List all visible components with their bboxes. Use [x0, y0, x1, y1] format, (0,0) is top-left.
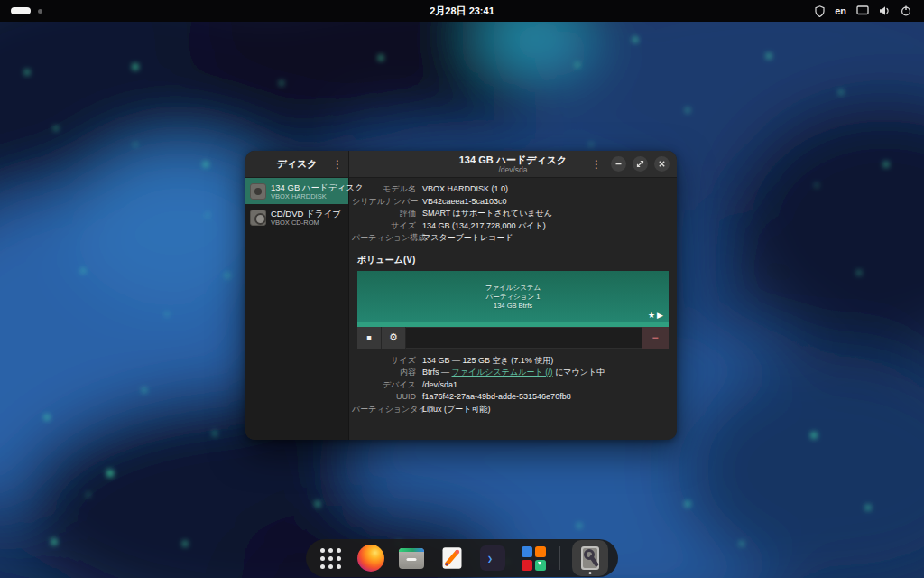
detail-label: サイズ: [352, 220, 422, 233]
maximize-icon: [636, 160, 644, 168]
detail-row-contents: 内容 Btrfs — ファイルシステムルート (/) にマウント中: [352, 367, 671, 379]
sidebar-header: ディスク ⋮: [245, 151, 349, 178]
detail-value: 134 GB — 125 GB 空き (7.1% 使用): [422, 355, 553, 368]
partition-options-button[interactable]: ⚙: [382, 327, 406, 349]
files-icon: [399, 548, 424, 569]
detail-value: SMART はサポートされていません: [422, 208, 552, 220]
detail-row-parttype: パーティションタイプ Linux (ブート可能): [352, 404, 671, 416]
partition-badges: ★▶: [648, 311, 665, 320]
text-editor-icon: [439, 545, 465, 571]
detail-label: 評価: [352, 208, 422, 220]
mounted-play-icon: ▶: [657, 311, 665, 320]
detail-label: モデル名: [352, 183, 422, 196]
clock-button[interactable]: 2月28日 23:41: [430, 0, 494, 22]
firefox-icon: [357, 545, 384, 572]
window-subtitle: /dev/sda: [459, 165, 568, 174]
delete-partition-button[interactable]: −: [642, 327, 669, 349]
workspace-dot-inactive: [38, 9, 42, 14]
terminal-icon: ❯_: [480, 545, 505, 571]
system-tray[interactable]: en: [815, 0, 924, 22]
sidebar-item-harddisk[interactable]: 134 GB ハードディスク VBOX HARDDISK: [245, 178, 348, 204]
disks-icon: [579, 545, 601, 571]
keyboard-layout-indicator[interactable]: en: [835, 5, 846, 16]
software-icon: [522, 546, 546, 571]
harddisk-icon: [250, 183, 266, 200]
partition-line3: 134 GB Btrfs: [357, 302, 669, 311]
software-button[interactable]: [519, 544, 548, 573]
app-grid-icon: [320, 548, 341, 569]
app-title: ディスク: [276, 157, 317, 171]
shield-icon: [815, 5, 825, 17]
partition-line1: ファイルシステム: [357, 284, 669, 293]
bootable-star-icon: ★: [648, 311, 657, 320]
drive-panel: モデル名 VBOX HARDDISK (1.0) シリアルナンバー VB42ca…: [349, 178, 677, 440]
detail-value: /dev/sda1: [422, 379, 457, 392]
maximize-button[interactable]: [633, 156, 648, 172]
terminal-button[interactable]: ❯_: [478, 544, 507, 573]
detail-row-uuid: UUID f1a76f42-27aa-49bd-adde-531546e70fb…: [352, 391, 671, 404]
partition-block[interactable]: ファイルシステム パーティション 1 134 GB Btrfs ★▶: [357, 271, 669, 327]
detail-row-model: モデル名 VBOX HARDDISK (1.0): [352, 183, 671, 196]
minimize-icon: [614, 160, 623, 168]
minus-icon: −: [651, 331, 658, 344]
detail-row-serial: シリアルナンバー VB42caeea1-5ca103c0: [352, 196, 671, 209]
text-editor-button[interactable]: [438, 544, 467, 573]
stop-icon: ■: [366, 333, 371, 342]
cdrom-icon: [250, 210, 266, 226]
detail-label: 内容: [352, 367, 422, 379]
partition-line2: パーティション 1: [357, 293, 669, 302]
detail-label: サイズ: [352, 355, 422, 368]
detail-value: VB42caeea1-5ca103c0: [422, 196, 507, 209]
volume-icon: [879, 5, 891, 16]
device-subtitle: VBOX HARDDISK: [271, 192, 344, 200]
device-subtitle: VBOX CD-ROM: [271, 219, 341, 227]
gear-icon: ⚙: [389, 331, 398, 343]
detail-label: パーティション構成: [352, 232, 422, 245]
desktop: 2月28日 23:41 en ディスク ⋮: [0, 0, 924, 578]
detail-row-vol-size: サイズ 134 GB — 125 GB 空き (7.1% 使用): [352, 355, 671, 368]
app-grid-button[interactable]: [316, 544, 345, 573]
disks-dock-button[interactable]: [572, 540, 608, 576]
dock: ❯_: [306, 539, 618, 577]
unmount-button[interactable]: ■: [357, 327, 382, 349]
detail-row-assessment: 評価 SMART はサポートされていません: [352, 208, 671, 220]
workspace-indicator[interactable]: [0, 0, 42, 22]
sidebar-menu-button[interactable]: ⋮: [332, 159, 343, 170]
contents-suffix: にマウント中: [553, 368, 605, 377]
minimize-button[interactable]: [611, 156, 626, 172]
detail-label: シリアルナンバー: [352, 196, 422, 209]
dock-separator: [559, 546, 560, 570]
volume-toolbar: ■ ⚙ −: [357, 327, 669, 349]
detail-row-size: サイズ 134 GB (134,217,728,000 バイト): [352, 220, 671, 233]
sidebar-item-cdrom[interactable]: CD/DVD ドライブ VBOX CD-ROM: [245, 204, 348, 230]
detail-value: 134 GB (134,217,728,000 バイト): [422, 220, 546, 233]
detail-value: f1a76f42-27aa-49bd-adde-531546e70fb8: [422, 391, 571, 404]
toolbar-spacer: [406, 327, 642, 349]
power-icon: [901, 5, 911, 16]
window-controls: ⋮: [591, 156, 670, 172]
screen-icon: [856, 5, 869, 16]
detail-label: パーティションタイプ: [352, 404, 422, 416]
detail-value: Linux (ブート可能): [422, 404, 490, 416]
disks-window: ディスク ⋮ 134 GB ハードディスク /dev/sda ⋮: [245, 151, 677, 440]
filesystem-root-link[interactable]: ファイルシステムルート (/): [452, 368, 553, 377]
titlebar[interactable]: ディスク ⋮ 134 GB ハードディスク /dev/sda ⋮: [245, 151, 677, 178]
usage-strip: [357, 322, 669, 327]
volumes-widget: ファイルシステム パーティション 1 134 GB Btrfs ★▶ ■ ⚙ −: [357, 271, 669, 349]
workspace-pill-active: [11, 7, 31, 14]
device-sidebar: 134 GB ハードディスク VBOX HARDDISK CD/DVD ドライブ…: [245, 178, 349, 440]
detail-value: Btrfs — ファイルシステムルート (/) にマウント中: [422, 367, 605, 379]
files-button[interactable]: [397, 544, 426, 573]
close-icon: [658, 160, 666, 168]
detail-value: VBOX HARDDISK (1.0): [422, 183, 508, 196]
volumes-section-title: ボリューム(V): [357, 254, 671, 266]
device-title: CD/DVD ドライブ: [271, 209, 341, 219]
detail-row-device: デバイス /dev/sda1: [352, 379, 671, 392]
detail-row-partitioning: パーティション構成 マスターブートレコード: [352, 232, 671, 245]
drive-menu-button[interactable]: ⋮: [591, 158, 602, 171]
top-bar: 2月28日 23:41 en: [0, 0, 924, 22]
firefox-button[interactable]: [356, 544, 385, 573]
detail-label: デバイス: [352, 379, 422, 392]
close-button[interactable]: [654, 156, 670, 172]
main-header: 134 GB ハードディスク /dev/sda ⋮: [349, 151, 677, 178]
